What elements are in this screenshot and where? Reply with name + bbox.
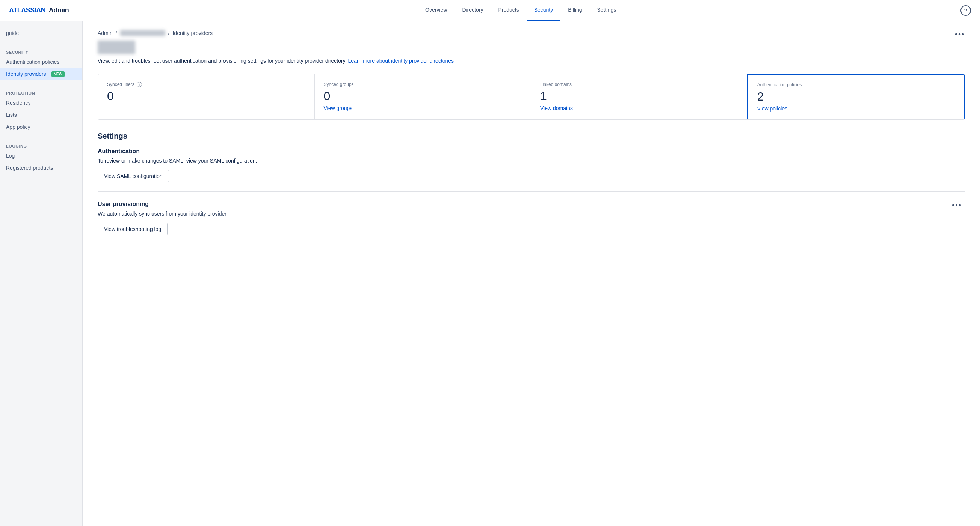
nav-right: ? — [961, 5, 971, 16]
stat-label-synced-users: Synced users i — [107, 82, 305, 87]
nav-item-directory[interactable]: Directory — [455, 0, 490, 21]
user-provisioning-more[interactable]: ••• — [949, 201, 965, 210]
view-saml-button[interactable]: View SAML configuration — [98, 170, 169, 183]
sidebar-item-id-providers[interactable]: Identity providers NEW — [0, 68, 82, 80]
breadcrumb-identity-providers: Identity providers — [172, 30, 213, 36]
stat-value-synced-users: 0 — [107, 90, 305, 102]
sidebar-item-log[interactable]: Log — [0, 150, 82, 162]
logo: ATLASSIAN Admin — [9, 6, 69, 14]
sidebar-section-protection-label: PROTECTION — [0, 86, 82, 97]
breadcrumb-sep-1: / — [116, 30, 117, 36]
sidebar-item-residency[interactable]: Residency — [0, 97, 82, 109]
blurred-provider-name — [98, 41, 135, 54]
user-provisioning-section: User provisioning We automatically sync … — [98, 201, 965, 235]
nav-item-products[interactable]: Products — [490, 0, 526, 21]
learn-more-link[interactable]: Learn more about identity provider direc… — [348, 58, 454, 64]
breadcrumb: Admin / / Identity providers — [98, 30, 965, 36]
sidebar: guide SECURITY Authentiication policies … — [0, 21, 83, 526]
auth-description: To review or make changes to SAML, view … — [98, 158, 965, 164]
sidebar-section-logging-label: LOGGING — [0, 139, 82, 150]
layout: guide SECURITY Authentiication policies … — [0, 21, 980, 526]
auth-section: Authentication To review or make changes… — [98, 148, 965, 183]
admin-text: Admin — [49, 6, 69, 14]
stat-value-linked-domains: 1 — [540, 90, 738, 102]
top-nav: ATLASSIAN Admin Overview Directory Produ… — [0, 0, 980, 21]
nav-links: Overview Directory Products Security Bil… — [81, 0, 961, 21]
sidebar-divider-2 — [0, 83, 82, 83]
stat-card-linked-domains: Linked domains 1 View domains — [531, 74, 748, 119]
main-content: Admin / / Identity providers ••• View, e… — [83, 21, 980, 526]
stats-row: Synced users i 0 Synced groups 0 View gr… — [98, 74, 965, 120]
user-provisioning-description: We automatically sync users from your id… — [98, 211, 949, 217]
stat-label-auth-policies: Authentication policies — [757, 82, 956, 87]
stat-card-auth-policies: Authentication policies 2 View policies — [748, 74, 965, 120]
info-icon-synced-users[interactable]: i — [137, 82, 142, 87]
breadcrumb-admin[interactable]: Admin — [98, 30, 113, 36]
stat-card-synced-groups: Synced groups 0 View groups — [315, 74, 531, 119]
breadcrumb-sep-2: / — [168, 30, 170, 36]
stat-card-synced-users: Synced users i 0 — [98, 74, 315, 119]
help-button[interactable]: ? — [961, 5, 971, 16]
user-provisioning-content: User provisioning We automatically sync … — [98, 201, 949, 235]
nav-link-overview[interactable]: Overview — [418, 0, 455, 21]
user-provisioning-heading: User provisioning — [98, 201, 949, 208]
view-policies-link[interactable]: View policies — [757, 105, 788, 111]
nav-item-settings[interactable]: Settings — [590, 0, 624, 21]
nav-item-security[interactable]: Security — [527, 0, 561, 21]
stat-value-synced-groups: 0 — [324, 90, 522, 102]
view-domains-link[interactable]: View domains — [540, 105, 573, 111]
sidebar-item-lists[interactable]: Lists — [0, 109, 82, 121]
sidebar-divider-3 — [0, 136, 82, 136]
section-divider — [98, 191, 965, 192]
brand-text: ATLASSIAN — [9, 6, 45, 14]
stat-label-linked-domains: Linked domains — [540, 82, 738, 87]
auth-heading: Authentication — [98, 148, 965, 155]
sidebar-item-auth-policies[interactable]: Authentiication policies — [0, 56, 82, 68]
description-text: View, edit and troubleshoot user authent… — [98, 57, 965, 65]
settings-title: Settings — [98, 132, 965, 140]
nav-link-security[interactable]: Security — [527, 0, 561, 21]
stat-value-auth-policies: 2 — [757, 91, 956, 102]
more-options-button[interactable]: ••• — [955, 30, 965, 39]
nav-item-billing[interactable]: Billing — [560, 0, 589, 21]
blurred-org-name — [120, 30, 165, 36]
new-badge: NEW — [51, 72, 65, 77]
stat-label-synced-groups: Synced groups — [324, 82, 522, 87]
sidebar-item-app-policy[interactable]: App policy — [0, 121, 82, 133]
sidebar-item-connected-products[interactable]: Registered products — [0, 162, 82, 174]
nav-item-overview[interactable]: Overview — [418, 0, 455, 21]
logo-area: ATLASSIAN Admin — [9, 6, 69, 14]
sidebar-divider-1 — [0, 42, 82, 43]
sidebar-section-security-label: SECURITY — [0, 45, 82, 56]
nav-link-directory[interactable]: Directory — [455, 0, 490, 21]
nav-link-billing[interactable]: Billing — [560, 0, 589, 21]
view-troubleshooting-button[interactable]: View troubleshooting log — [98, 222, 167, 235]
view-groups-link[interactable]: View groups — [324, 105, 353, 111]
nav-link-products[interactable]: Products — [490, 0, 526, 21]
nav-link-settings[interactable]: Settings — [590, 0, 624, 21]
sidebar-item-guide[interactable]: guide — [0, 27, 82, 39]
